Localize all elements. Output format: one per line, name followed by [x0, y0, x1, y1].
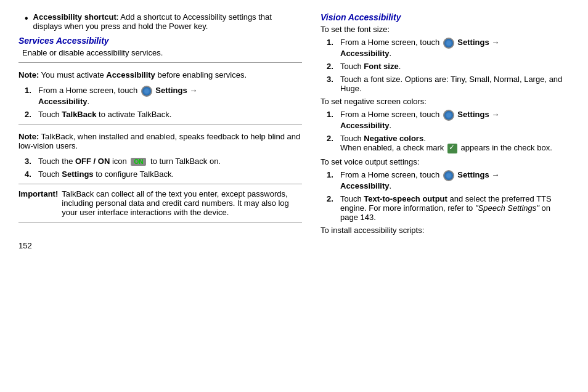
- font-step-2-content: Touch Font size.: [340, 62, 570, 71]
- neg-step-2-content: Touch Negative colors. When enabled, a c…: [340, 134, 570, 153]
- voice-output-steps: 1. From a Home screen, touch Settings → …: [321, 170, 570, 222]
- font-step-1: 1. From a Home screen, touch Settings → …: [327, 38, 570, 58]
- font-step-num-1: 1.: [327, 38, 340, 47]
- speech-settings-ref: "Speech Settings": [475, 203, 539, 213]
- neg-step-1: 1. From a Home screen, touch Settings → …: [327, 110, 570, 130]
- services-subtitle: Enable or disable accessibility services…: [18, 48, 302, 57]
- step-2-4-content: Touch Settings to configure TalkBack.: [38, 169, 302, 179]
- important-block: Important! TalkBack can collect all of t…: [18, 189, 302, 217]
- note-1-text-pre: You must activate: [41, 70, 107, 80]
- intro-bullet: • Accessibility shortcut: Add a shortcut…: [18, 12, 302, 31]
- step-num-2: 2.: [25, 110, 38, 119]
- accessibility-label-4: Accessibility: [340, 181, 390, 190]
- neg-step-num-2: 2.: [327, 134, 340, 143]
- step-2-4: 4. Touch Settings to configure TalkBack.: [25, 169, 302, 179]
- settings-icon-3: [443, 110, 454, 121]
- font-step-num-3: 3.: [327, 75, 340, 84]
- services-accessibility-title: Services Accessibility: [18, 36, 302, 46]
- neg-colors-label: Negative colors: [364, 134, 423, 143]
- page-number: 152: [18, 241, 302, 250]
- step-num-3: 3.: [25, 157, 38, 166]
- neg-colors-steps: 1. From a Home screen, touch Settings → …: [321, 110, 570, 153]
- step-1-1-content: From a Home screen, touch Settings → Acc…: [38, 86, 302, 106]
- left-column: • Accessibility shortcut: Add a shortcut…: [18, 12, 302, 250]
- font-step-3-content: Touch a font size. Options are: Tiny, Sm…: [340, 75, 570, 93]
- note-2: Note: TalkBack, when installed and enabl…: [18, 129, 302, 153]
- voice-step-1: 1. From a Home screen, touch Settings → …: [327, 170, 570, 190]
- step-2-3-content: Touch the OFF / ON icon ON to turn TalkB…: [38, 157, 302, 166]
- step-num-4: 4.: [25, 169, 38, 179]
- settings-label-2: Settings →: [457, 38, 499, 47]
- neg-colors-intro: To set negative screen colors:: [321, 97, 570, 106]
- tts-label: Text-to-speech output: [364, 194, 447, 203]
- step-2-3: 3. Touch the OFF / ON icon ON to turn Ta…: [25, 157, 302, 166]
- accessibility-label-3: Accessibility: [340, 121, 390, 130]
- note-2-label: Note:: [18, 132, 39, 141]
- neg-step-num-1: 1.: [327, 110, 340, 119]
- font-size-intro: To set the font size:: [321, 25, 570, 34]
- note-1-text-post: before enabling services.: [157, 70, 247, 80]
- important-label: Important!: [18, 189, 58, 198]
- neg-step-2: 2. Touch Negative colors. When enabled, …: [327, 134, 570, 153]
- font-step-num-2: 2.: [327, 62, 340, 71]
- voice-output-intro: To set voice output settings:: [321, 157, 570, 166]
- scripts-intro: To install accessibility scripts:: [321, 226, 570, 235]
- voice-step-2-content: Touch Text-to-speech output and select t…: [340, 194, 570, 222]
- step-num-1: 1.: [25, 86, 38, 95]
- font-size-steps: 1. From a Home screen, touch Settings → …: [321, 38, 570, 93]
- settings-icon-1: [141, 86, 152, 97]
- voice-step-1-content: From a Home screen, touch Settings → Acc…: [340, 170, 570, 190]
- accessibility-label-1: Accessibility: [38, 97, 88, 106]
- on-button: ON: [131, 158, 146, 166]
- note-1-bold: Accessibility: [106, 70, 155, 80]
- voice-step-num-2: 2.: [327, 194, 340, 203]
- settings-icon-2: [443, 38, 454, 49]
- step-1-2-content: Touch TalkBack to activate TalkBack.: [38, 110, 302, 119]
- neg-step-1-content: From a Home screen, touch Settings → Acc…: [340, 110, 570, 130]
- divider-3: [18, 184, 302, 184]
- right-column: Vision Accessibility To set the font siz…: [321, 12, 570, 250]
- step-1-2: 2. Touch TalkBack to activate TalkBack.: [25, 110, 302, 119]
- font-step-1-content: From a Home screen, touch Settings → Acc…: [340, 38, 570, 58]
- steps-2-list: 3. Touch the OFF / ON icon ON to turn Ta…: [18, 157, 302, 179]
- settings-configure-label: Settings: [62, 169, 93, 179]
- settings-label-3: Settings →: [457, 110, 499, 119]
- font-size-label: Font size: [364, 62, 398, 71]
- important-text: TalkBack can collect all of the text you…: [62, 189, 302, 217]
- note-1: Note: You must activate Accessibility be…: [18, 68, 302, 82]
- vision-accessibility-title: Vision Accessibility: [321, 12, 570, 22]
- talkback-label: TalkBack: [62, 110, 96, 119]
- accessibility-shortcut-label: Accessibility shortcut: [33, 12, 116, 22]
- settings-label-4: Settings →: [457, 170, 499, 179]
- settings-icon-4: [443, 170, 454, 181]
- divider-4: [18, 222, 302, 223]
- step-1-1: 1. From a Home screen, touch Settings → …: [25, 86, 302, 106]
- note-2-text: TalkBack, when installed and enabled, sp…: [18, 132, 300, 150]
- voice-step-2: 2. Touch Text-to-speech output and selec…: [327, 194, 570, 222]
- accessibility-label-2: Accessibility: [340, 49, 390, 58]
- off-on-label: OFF / ON: [75, 157, 110, 166]
- bullet-dot: •: [25, 12, 28, 25]
- divider-1: [18, 62, 302, 63]
- intro-bullet-text: Accessibility shortcut: Add a shortcut t…: [33, 12, 302, 31]
- checkmark-icon: [447, 144, 457, 153]
- font-step-3: 3. Touch a font size. Options are: Tiny,…: [327, 75, 570, 93]
- settings-label-1: Settings →: [155, 86, 197, 95]
- steps-1-list: 1. From a Home screen, touch Settings → …: [18, 86, 302, 119]
- divider-2: [18, 124, 302, 125]
- font-step-2: 2. Touch Font size.: [327, 62, 570, 71]
- note-1-label: Note:: [18, 70, 39, 80]
- voice-step-num-1: 1.: [327, 170, 340, 179]
